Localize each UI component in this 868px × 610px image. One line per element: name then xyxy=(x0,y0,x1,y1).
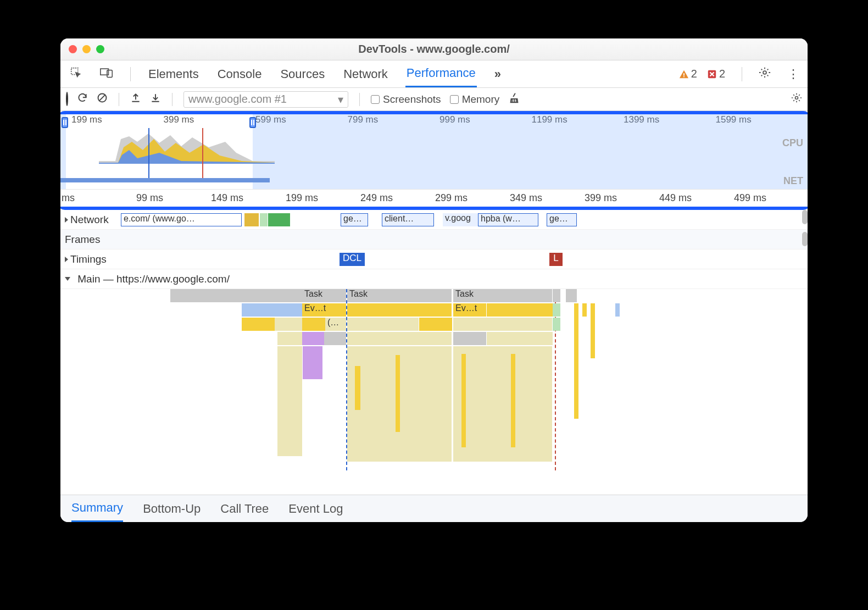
overview-cpu-chart xyxy=(99,131,275,164)
timing-marker-load[interactable]: L xyxy=(549,253,563,266)
flame-event[interactable]: Ev…t xyxy=(302,303,346,317)
chevron-down-icon: ▾ xyxy=(338,93,343,106)
overview-net-strip xyxy=(60,178,808,182)
upload-icon[interactable] xyxy=(130,92,141,106)
device-mode-icon[interactable] xyxy=(99,66,114,81)
titlebar: DevTools - www.google.com/ xyxy=(60,38,808,60)
issues-badges: 2 2 xyxy=(679,68,725,80)
tab-elements[interactable]: Elements xyxy=(147,60,200,87)
reload-icon[interactable] xyxy=(77,92,88,106)
overview-pane[interactable]: 199 ms 399 ms 599 ms 799 ms 999 ms 1199 … xyxy=(60,114,808,189)
perf-settings-icon[interactable] xyxy=(791,92,802,107)
overview-highlight: 199 ms 399 ms 599 ms 799 ms 999 ms 1199 … xyxy=(60,111,808,210)
flame-anon[interactable]: (… xyxy=(325,318,346,331)
overview-handle-right[interactable] xyxy=(249,117,256,128)
track-main-header[interactable]: Main — https://www.google.com/ xyxy=(60,269,808,289)
warning-icon[interactable]: 2 xyxy=(679,68,697,80)
svg-point-6 xyxy=(763,71,766,74)
tabs-overflow[interactable]: » xyxy=(493,60,502,87)
svg-rect-3 xyxy=(683,73,685,76)
recording-select[interactable]: www.google.com #1 ▾ xyxy=(183,91,348,108)
network-request[interactable]: client… xyxy=(382,213,434,226)
perf-toolbar: www.google.com #1 ▾ Screenshots Memory xyxy=(60,88,808,111)
tab-summary[interactable]: Summary xyxy=(71,495,123,522)
flame-task[interactable]: Task xyxy=(347,289,452,302)
network-request[interactable]: hpba (w… xyxy=(478,213,538,226)
network-request[interactable]: ge… xyxy=(341,213,368,226)
garbage-collect-icon[interactable] xyxy=(508,92,520,107)
tab-sources[interactable]: Sources xyxy=(279,60,326,87)
timings-label: Timings xyxy=(70,253,107,265)
memory-toggle[interactable]: Memory xyxy=(450,93,500,106)
frames-label: Frames xyxy=(65,234,100,246)
tracks-area: Network e.com/ (www.go… ge… client… v.go… xyxy=(60,210,808,479)
devtools-window: DevTools - www.google.com/ Elements Cons… xyxy=(60,38,808,522)
flame-event[interactable]: Ev…t xyxy=(453,303,486,317)
network-request[interactable]: ge… xyxy=(547,213,577,226)
svg-rect-4 xyxy=(683,76,685,77)
track-network[interactable]: Network e.com/ (www.go… ge… client… v.go… xyxy=(60,210,808,230)
track-timings[interactable]: Timings DCL L xyxy=(60,249,808,269)
tab-call-tree[interactable]: Call Tree xyxy=(220,495,269,522)
record-icon[interactable] xyxy=(66,93,68,106)
tab-bottom-up[interactable]: Bottom-Up xyxy=(143,495,201,522)
overview-label-cpu: CPU xyxy=(782,137,803,149)
window-title: DevTools - www.google.com/ xyxy=(60,43,808,56)
tab-performance[interactable]: Performance xyxy=(405,60,477,87)
clear-icon[interactable] xyxy=(97,92,108,106)
overview-label-net: NET xyxy=(783,175,803,187)
more-icon[interactable]: ⋮ xyxy=(787,67,799,81)
network-label: Network xyxy=(70,214,109,226)
panel-tabs: Elements Console Sources Network Perform… xyxy=(60,60,808,88)
settings-icon[interactable] xyxy=(759,66,771,82)
screenshots-toggle[interactable]: Screenshots xyxy=(371,93,441,106)
svg-rect-2 xyxy=(107,70,112,77)
inspect-element-icon[interactable] xyxy=(69,66,83,81)
overview-handle-left[interactable] xyxy=(62,117,68,128)
tab-network[interactable]: Network xyxy=(342,60,389,87)
download-icon[interactable] xyxy=(150,92,161,106)
details-tabs: Summary Bottom-Up Call Tree Event Log xyxy=(60,495,808,522)
timing-marker-dcl[interactable]: DCL xyxy=(340,253,365,266)
tab-console[interactable]: Console xyxy=(216,60,263,87)
svg-line-8 xyxy=(99,95,105,101)
main-flame-graph[interactable]: Task Task Task Ev…t Ev…t (… xyxy=(60,289,808,470)
time-ruler[interactable]: ms 99 ms 149 ms 199 ms 249 ms 299 ms 349… xyxy=(60,189,808,207)
network-request[interactable]: v.goog xyxy=(443,213,478,226)
scrollbar-thumb-2[interactable] xyxy=(802,232,808,246)
main-label: Main — https://www.google.com/ xyxy=(77,273,230,285)
svg-point-9 xyxy=(795,96,798,99)
flame-task[interactable]: Task xyxy=(453,289,552,302)
track-frames[interactable]: Frames xyxy=(60,230,808,249)
overview-marker-dcl xyxy=(148,128,149,182)
error-icon[interactable]: 2 xyxy=(707,68,725,80)
overview-marker-load xyxy=(202,128,203,182)
tab-event-log[interactable]: Event Log xyxy=(288,495,343,522)
flame-task[interactable]: Task xyxy=(302,289,346,302)
recording-select-value: www.google.com #1 xyxy=(188,93,287,106)
network-request[interactable]: e.com/ (www.go… xyxy=(121,213,242,226)
